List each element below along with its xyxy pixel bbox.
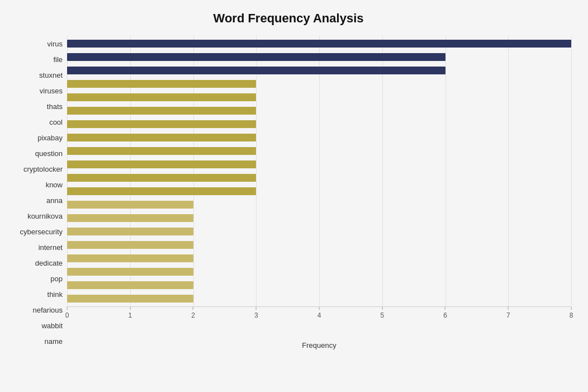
bar	[67, 53, 445, 61]
y-label: know	[46, 181, 63, 188]
bar	[67, 268, 193, 276]
bar-row	[67, 292, 571, 305]
y-labels: virusfilestuxnetvirusesthatscoolpixabayq…	[6, 36, 67, 350]
x-tick: 7	[506, 307, 510, 319]
bar-row	[67, 50, 571, 64]
bar	[67, 187, 256, 195]
x-tick-label: 2	[191, 311, 195, 319]
x-tick-label: 7	[506, 311, 510, 319]
bar-row	[67, 91, 571, 104]
bar-row	[67, 252, 571, 265]
x-tick-line	[67, 307, 68, 310]
bar-row	[67, 225, 571, 238]
x-tick-label: 3	[254, 311, 258, 319]
y-label: file	[53, 56, 63, 63]
x-tick-line	[193, 307, 193, 310]
x-tick-line	[130, 307, 130, 310]
bar	[67, 228, 193, 235]
bar	[67, 134, 256, 141]
y-label: think	[48, 291, 63, 298]
y-label: dedicate	[35, 259, 63, 267]
x-tick-line	[571, 307, 572, 310]
x-tick: 8	[570, 307, 573, 319]
x-tick-line	[382, 307, 382, 310]
bar	[67, 254, 193, 262]
grid-line	[571, 36, 572, 306]
x-tick: 0	[65, 307, 69, 319]
y-label: question	[35, 150, 63, 157]
x-tick-line	[319, 307, 320, 310]
bar-row	[67, 144, 571, 158]
bar-row	[67, 171, 571, 185]
bar-row	[67, 131, 571, 144]
chart-area: virusfilestuxnetvirusesthatscoolpixabayq…	[6, 36, 571, 350]
bar	[67, 201, 193, 209]
bar-row	[67, 211, 571, 225]
x-tick: 3	[254, 307, 258, 319]
y-label: cryptolocker	[23, 166, 63, 173]
bar	[67, 67, 445, 74]
y-label: wabbit	[41, 322, 63, 329]
bar	[67, 107, 256, 115]
bar-row	[67, 185, 571, 198]
chart-title: Word Frequency Analysis	[6, 11, 571, 26]
bar	[67, 120, 256, 128]
bars-area	[67, 36, 571, 306]
y-label: internet	[39, 244, 63, 251]
x-tick: 6	[443, 307, 447, 319]
x-tick: 5	[380, 307, 384, 319]
y-label: thats	[47, 103, 63, 110]
y-label: kournikova	[27, 212, 63, 220]
y-label: nefarious	[33, 306, 63, 314]
x-tick: 2	[191, 307, 195, 319]
y-label: stuxnet	[39, 72, 63, 79]
bar-row	[67, 158, 571, 171]
y-label: anna	[46, 197, 63, 204]
bar-row	[67, 37, 571, 50]
x-tick-label: 6	[443, 311, 447, 319]
bar-row	[67, 64, 571, 77]
x-tick-line	[508, 307, 509, 310]
x-tick-label: 0	[65, 311, 69, 319]
x-tick-label: 1	[128, 311, 132, 319]
y-label: pop	[50, 275, 63, 282]
bar-row	[67, 238, 571, 252]
chart-container: Word Frequency Analysis virusfilestuxnet…	[0, 0, 588, 392]
bar-row	[67, 117, 571, 131]
x-axis: 012345678	[67, 306, 571, 329]
y-label: virus	[48, 40, 63, 48]
x-tick-label: 4	[317, 311, 321, 319]
bar	[67, 93, 256, 101]
y-label: name	[44, 338, 63, 345]
y-label: cool	[49, 119, 63, 126]
bar	[67, 147, 256, 155]
x-tick-line	[256, 307, 257, 310]
bar	[67, 40, 571, 48]
x-tick-label: 5	[380, 311, 384, 319]
x-tick-label: 8	[570, 311, 573, 319]
bar-row	[67, 278, 571, 292]
bar	[67, 214, 193, 222]
bar	[67, 295, 193, 303]
y-label: viruses	[40, 87, 63, 95]
bar	[67, 281, 193, 289]
bar-row	[67, 198, 571, 211]
y-label: cybersecurity	[20, 228, 63, 235]
bar-row	[67, 77, 571, 91]
bar-row	[67, 265, 571, 278]
x-tick: 4	[317, 307, 321, 319]
bar	[67, 80, 256, 88]
bar-row	[67, 104, 571, 117]
bars-and-xaxis: 012345678 Frequency	[67, 36, 571, 350]
bar	[67, 241, 193, 249]
bar	[67, 160, 256, 168]
x-tick: 1	[128, 307, 132, 319]
y-label: pixabay	[37, 134, 63, 141]
x-axis-title: Frequency	[67, 341, 571, 350]
bars-inner	[67, 36, 571, 306]
x-tick-line	[445, 307, 445, 310]
bar	[67, 174, 256, 182]
